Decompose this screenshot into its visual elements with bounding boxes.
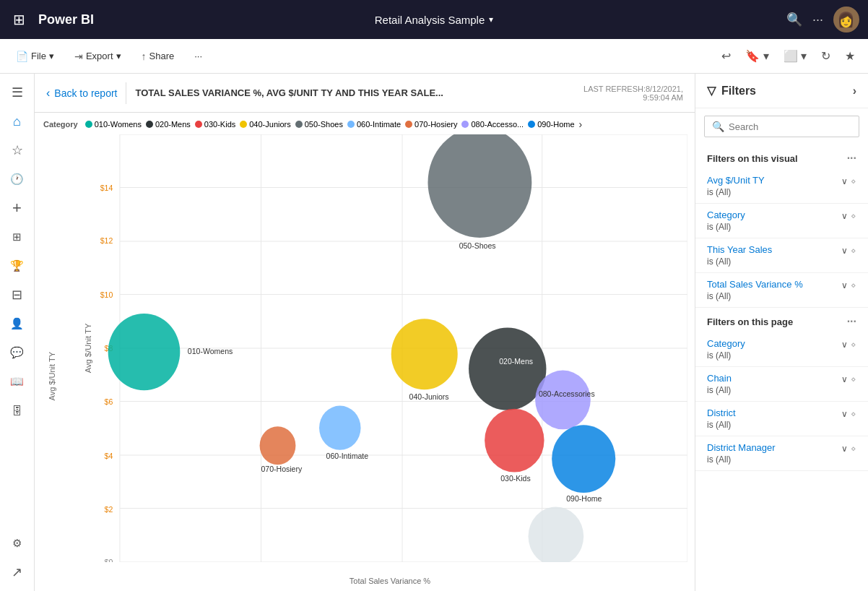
- bubble-hosiery[interactable]: [260, 426, 296, 465]
- visual-filters-more-icon[interactable]: ···: [847, 152, 856, 165]
- favorite-toolbar-button[interactable]: ★: [841, 45, 859, 67]
- visual-filters-section-label: Filters on this visual ···: [695, 144, 868, 169]
- legend-item-juniors: 040-Juniors: [240, 120, 290, 129]
- sidebar-item-workspaces[interactable]: ⊟: [4, 282, 30, 308]
- search-nav-icon[interactable]: 🔍: [786, 12, 802, 27]
- share-button[interactable]: ↑ Share: [134, 46, 182, 66]
- bookmark-button[interactable]: 🔖 ▾: [741, 45, 773, 67]
- filter-chevron-chain[interactable]: ∨: [841, 374, 848, 384]
- filter-clear-this-year[interactable]: ⋄: [851, 246, 856, 256]
- filter-clear-page-category[interactable]: ⋄: [851, 340, 856, 350]
- svg-text:$12: $12: [100, 236, 113, 245]
- sidebar-item-apps[interactable]: ⊞: [4, 224, 30, 250]
- apps-grid-icon[interactable]: ⊞: [9, 7, 30, 33]
- legend-next-icon[interactable]: ›: [579, 118, 583, 130]
- filter-chevron-avg-unit[interactable]: ∨: [841, 176, 848, 186]
- legend-item-mens: 020-Mens: [146, 120, 191, 129]
- legend-item-shoes: 050-Shoes: [295, 120, 343, 129]
- svg-text:Avg $/Unit TY: Avg $/Unit TY: [85, 323, 92, 374]
- sidebar-item-data[interactable]: 🗄: [4, 397, 30, 423]
- page-filters-more-icon[interactable]: ···: [847, 315, 856, 328]
- filter-item-avg-unit[interactable]: Avg $/Unit TY is (All) ∨ ⋄: [695, 169, 868, 204]
- brand-logo: Power BI: [38, 12, 94, 27]
- bubble-juniors[interactable]: [391, 319, 458, 389]
- top-navigation: ⊞ Power BI Retail Analysis Sample ▾ 🔍 ··…: [0, 0, 868, 39]
- bubble-mens[interactable]: [469, 327, 546, 410]
- filter-clear-avg-unit[interactable]: ⋄: [851, 176, 856, 186]
- filter-item-page-category[interactable]: Category is (All) ∨ ⋄: [695, 332, 868, 367]
- bubble-intimate[interactable]: [319, 406, 361, 450]
- filter-clear-total-sales[interactable]: ⋄: [851, 280, 856, 290]
- sidebar-item-people[interactable]: 👤: [4, 311, 30, 337]
- sidebar-item-external[interactable]: ↗: [4, 559, 30, 585]
- back-to-report-button[interactable]: ‹ Back to report: [46, 87, 117, 100]
- legend-item-intimate: 060-Intimate: [347, 120, 401, 129]
- export-button[interactable]: ⇥ Export ▾: [67, 46, 129, 66]
- filter-chevron-page-category[interactable]: ∨: [841, 340, 848, 350]
- svg-text:$10: $10: [100, 290, 113, 298]
- legend-item-womens: 010-Womens: [85, 120, 142, 129]
- bubble-groceries[interactable]: [529, 506, 584, 562]
- more-toolbar-button[interactable]: ···: [187, 46, 209, 66]
- filter-item-district[interactable]: District is (All) ∨ ⋄: [695, 402, 868, 436]
- svg-text:$2: $2: [105, 504, 113, 513]
- view-button[interactable]: ⬜ ▾: [779, 45, 811, 67]
- sidebar-item-settings[interactable]: ⚙: [4, 530, 30, 556]
- legend-dot-accessories: [461, 121, 469, 128]
- more-options-icon[interactable]: ···: [812, 12, 823, 27]
- legend-label: Category: [43, 120, 78, 129]
- svg-text:$6: $6: [105, 397, 113, 405]
- filters-search-input[interactable]: [729, 121, 851, 132]
- sidebar-item-chat[interactable]: 💬: [4, 340, 30, 366]
- bubble-shoes[interactable]: [428, 134, 532, 238]
- bubble-kids[interactable]: [485, 409, 544, 473]
- sidebar-item-book[interactable]: 📖: [4, 368, 30, 394]
- filters-panel: ▽ Filters › 🔍 Filters on this visual ···…: [695, 74, 868, 591]
- filter-item-chain[interactable]: Chain is (All) ∨ ⋄: [695, 367, 868, 402]
- bubble-chart-svg: $0 $2 $4 $6 $8 $10 $12 $14 -30% -20% -10…: [85, 134, 687, 562]
- legend-dot-juniors: [240, 121, 247, 128]
- sidebar-item-recent[interactable]: 🕐: [4, 166, 30, 192]
- nav-right-icons: 🔍 ··· 👩: [786, 7, 859, 33]
- toolbar-right-actions: ↩ 🔖 ▾ ⬜ ▾ ↻ ★: [717, 45, 859, 67]
- filter-clear-chain[interactable]: ⋄: [851, 374, 856, 384]
- refresh-button[interactable]: ↻: [817, 45, 835, 67]
- title-chevron-icon[interactable]: ▾: [489, 14, 493, 25]
- user-avatar[interactable]: 👩: [833, 7, 859, 33]
- filter-item-district-manager[interactable]: District Manager is (All) ∨ ⋄: [695, 436, 868, 471]
- export-icon: ⇥: [74, 51, 83, 62]
- sidebar-item-favorites[interactable]: ☆: [4, 137, 30, 163]
- sidebar-item-learn[interactable]: 🏆: [4, 253, 30, 279]
- sidebar-item-home[interactable]: ⌂: [4, 108, 30, 134]
- filter-chevron-this-year[interactable]: ∨: [841, 246, 848, 256]
- filter-chevron-district[interactable]: ∨: [841, 409, 848, 419]
- file-button[interactable]: 📄 File ▾: [9, 46, 61, 66]
- filters-search-box[interactable]: 🔍: [704, 116, 859, 137]
- bubble-womens[interactable]: [108, 314, 181, 390]
- filter-clear-district[interactable]: ⋄: [851, 409, 856, 419]
- sidebar-item-menu[interactable]: ☰: [4, 79, 30, 105]
- filter-item-category[interactable]: Category is (All) ∨ ⋄: [695, 204, 868, 238]
- svg-text:070-Hosiery: 070-Hosiery: [261, 465, 302, 473]
- legend-dot-intimate: [347, 121, 355, 128]
- svg-text:$0: $0: [105, 558, 113, 562]
- page-filters-section-label: Filters on this page ···: [695, 308, 868, 332]
- bubble-accessories[interactable]: [535, 371, 591, 430]
- filter-clear-district-mgr[interactable]: ⋄: [851, 444, 856, 454]
- refresh-time: 9:59:04 AM: [583, 93, 683, 102]
- legend-item-accessories: 080-Accesso...: [461, 120, 524, 129]
- filter-chevron-district-mgr[interactable]: ∨: [841, 444, 848, 454]
- bubble-home[interactable]: [552, 425, 615, 493]
- secondary-toolbar: 📄 File ▾ ⇥ Export ▾ ↑ Share ··· ↩ 🔖 ▾ ⬜ …: [0, 39, 868, 74]
- filter-chevron-category[interactable]: ∨: [841, 211, 848, 221]
- filter-clear-category[interactable]: ⋄: [851, 211, 856, 221]
- filter-chevron-total-sales[interactable]: ∨: [841, 280, 848, 290]
- filters-expand-icon[interactable]: ›: [853, 85, 856, 98]
- svg-text:080-Accessories: 080-Accessories: [539, 389, 595, 398]
- content-area: ‹ Back to report TOTAL SALES VARIANCE %,…: [35, 74, 695, 591]
- undo-button[interactable]: ↩: [717, 45, 735, 67]
- filter-item-this-year-sales[interactable]: This Year Sales is (All) ∨ ⋄: [695, 238, 868, 273]
- filter-item-total-sales-variance[interactable]: Total Sales Variance % is (All) ∨ ⋄: [695, 273, 868, 308]
- report-title-nav: Retail Analysis Sample ▾: [375, 14, 494, 26]
- sidebar-item-create[interactable]: +: [4, 195, 30, 221]
